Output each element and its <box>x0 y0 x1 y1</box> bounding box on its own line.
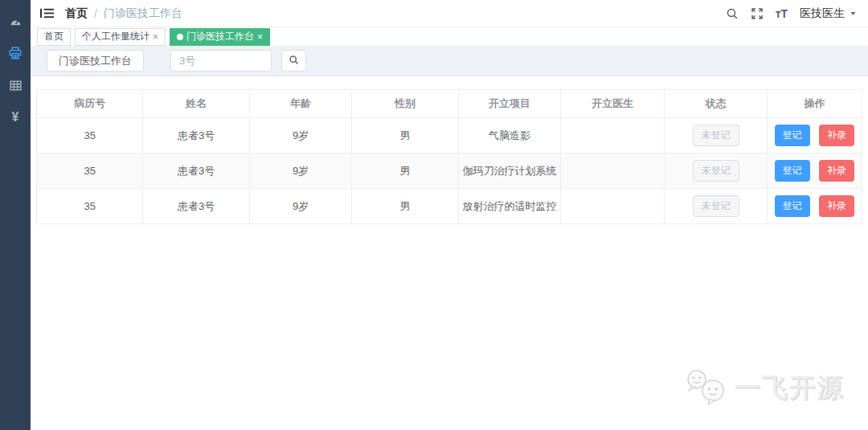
patient-search-input[interactable] <box>170 50 272 72</box>
header-search-icon[interactable] <box>726 7 739 20</box>
fullscreen-icon[interactable] <box>751 7 764 20</box>
navbar: 首页 / 门诊医技工作台 тT <box>31 0 868 27</box>
navbar-right: тT 医技医生 ▼ <box>726 6 857 21</box>
cell-gender: 男 <box>352 154 458 189</box>
col-gender: 性别 <box>352 90 458 118</box>
cell-age: 9岁 <box>249 118 351 154</box>
sidebar-toggle-icon[interactable] <box>40 7 54 19</box>
table-row: 35 患者3号 9岁 男 气脑造影 未登记 登记 补录 <box>37 118 862 154</box>
col-status: 状态 <box>665 90 767 118</box>
tab-label: 门诊医技工作台 <box>186 30 254 43</box>
col-age: 年龄 <box>249 90 351 118</box>
toolbar: 门诊医技工作台 <box>31 46 868 76</box>
cell-gender: 男 <box>352 118 458 154</box>
breadcrumb-current: 门诊医技工作台 <box>104 6 182 21</box>
register-button[interactable]: 登记 <box>775 125 810 146</box>
cell-name: 患者3号 <box>143 189 249 224</box>
cell-doctor <box>561 189 665 224</box>
cell-age: 9岁 <box>249 189 351 224</box>
col-record-no: 病历号 <box>37 90 143 118</box>
sidebar: ¥ <box>0 0 31 430</box>
content: 病历号 姓名 年龄 性别 开立项目 开立医生 状态 操作 35 患者3号 9岁 <box>31 76 868 430</box>
fees-yen-icon: ¥ <box>12 110 19 125</box>
makeup-button[interactable]: 补录 <box>819 195 854 217</box>
tab-label: 个人工作量统计 <box>82 30 149 43</box>
close-icon[interactable]: × <box>153 32 158 42</box>
tab-personal-workload[interactable]: 个人工作量统计 × <box>75 28 166 46</box>
cell-record-no: 35 <box>37 189 143 224</box>
dashboard-icon <box>9 14 23 28</box>
cell-doctor <box>561 154 665 189</box>
chevron-down-icon: ▼ <box>850 10 857 17</box>
tab-medtech-workbench[interactable]: 门诊医技工作台 × <box>170 28 270 46</box>
register-button[interactable]: 登记 <box>775 160 810 182</box>
user-name: 医技医生 <box>800 6 845 21</box>
chat-bubbles-icon <box>683 367 730 409</box>
sidebar-item-medtech[interactable] <box>0 37 31 69</box>
table-row: 35 患者3号 9岁 男 放射治疗的适时监控 未登记 登记 补录 <box>37 189 862 224</box>
makeup-button[interactable]: 补录 <box>819 125 854 146</box>
app-root: ¥ 首页 / 门诊医技工作台 <box>0 0 868 430</box>
workbench-title-button[interactable]: 门诊医技工作台 <box>47 50 144 72</box>
search-button[interactable] <box>281 50 306 72</box>
status-badge: 未登记 <box>693 160 739 182</box>
tags-bar: 首页 个人工作量统计 × 门诊医技工作台 × <box>31 27 868 46</box>
col-name: 姓名 <box>143 90 249 118</box>
user-dropdown[interactable]: 医技医生 ▼ <box>800 6 857 21</box>
table-icon <box>9 79 23 92</box>
makeup-button[interactable]: 补录 <box>819 160 854 182</box>
status-badge: 未登记 <box>693 125 739 146</box>
table-header-row: 病历号 姓名 年龄 性别 开立项目 开立医生 状态 操作 <box>37 90 862 118</box>
sidebar-item-dashboard[interactable] <box>0 5 31 37</box>
table-row: 35 患者3号 9岁 男 伽玛刀治疗计划系统 未登记 登记 补录 <box>37 154 862 189</box>
cell-project: 气脑造影 <box>458 118 560 154</box>
breadcrumb: 首页 / 门诊医技工作台 <box>65 6 182 21</box>
tab-label: 首页 <box>44 30 63 43</box>
cell-project: 放射治疗的适时监控 <box>458 189 560 224</box>
sidebar-item-table[interactable] <box>0 69 31 101</box>
search-icon <box>289 55 299 68</box>
col-project: 开立项目 <box>458 90 560 118</box>
cell-name: 患者3号 <box>143 154 249 189</box>
cell-project: 伽玛刀治疗计划系统 <box>458 154 560 189</box>
active-dot-icon <box>177 34 183 40</box>
cell-record-no: 35 <box>37 154 143 189</box>
cell-name: 患者3号 <box>143 118 249 154</box>
cell-doctor <box>561 118 665 154</box>
watermark: 一飞开源 <box>683 367 844 409</box>
sidebar-item-fees[interactable]: ¥ <box>0 101 31 133</box>
watermark-text: 一飞开源 <box>735 371 844 406</box>
close-icon[interactable]: × <box>257 32 263 42</box>
breadcrumb-separator: / <box>94 7 97 20</box>
medtech-printer-icon <box>8 46 23 60</box>
cell-record-no: 35 <box>37 118 143 154</box>
col-actions: 操作 <box>767 90 862 118</box>
register-button[interactable]: 登记 <box>775 195 810 217</box>
breadcrumb-home[interactable]: 首页 <box>65 6 88 21</box>
cell-gender: 男 <box>352 189 458 224</box>
cell-age: 9岁 <box>249 154 351 189</box>
col-doctor: 开立医生 <box>561 90 665 118</box>
main-area: 首页 / 门诊医技工作台 тT <box>31 0 868 430</box>
status-badge: 未登记 <box>693 195 739 217</box>
patients-table: 病历号 姓名 年龄 性别 开立项目 开立医生 状态 操作 35 患者3号 9岁 <box>36 89 862 224</box>
font-size-icon[interactable]: тT <box>776 7 788 20</box>
tab-home[interactable]: 首页 <box>37 28 71 46</box>
